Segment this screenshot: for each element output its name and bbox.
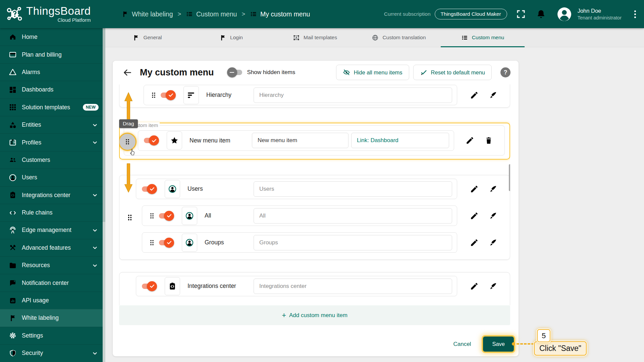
menu-item-label: Hierarchy <box>199 92 254 99</box>
new-menu-item-name-input[interactable] <box>252 133 348 148</box>
folder-icon <box>9 261 17 269</box>
edit-pencil-icon[interactable] <box>470 282 479 291</box>
chevron-down-icon <box>91 191 99 199</box>
api-usage-chart-icon <box>9 297 17 305</box>
edit-pencil-icon[interactable] <box>470 91 479 100</box>
sidebar-item-resources[interactable]: Resources <box>0 256 105 274</box>
group-drag-handle-icon[interactable] <box>125 213 134 222</box>
globe-icon <box>372 34 379 41</box>
menu-row-users: Users <box>136 179 510 199</box>
breadcrumb-white-labeling[interactable]: White labeling <box>121 10 173 18</box>
sidebar-item-integrations-center[interactable]: Integrations center <box>0 186 105 204</box>
users-person-icon <box>9 174 17 182</box>
edit-pencil-icon[interactable] <box>470 212 479 220</box>
sidebar-item-solution-templates[interactable]: Solution templatesNEW <box>0 99 105 116</box>
logo-subtitle: Cloud Platform <box>26 17 91 23</box>
delete-trash-icon[interactable] <box>484 136 493 145</box>
billing-card-icon <box>9 51 17 59</box>
breadcrumb-custom-menu[interactable]: Custom menu <box>186 10 237 18</box>
sidebar-item-rule-chains[interactable]: Rule chains <box>0 204 105 221</box>
user-info[interactable]: John Doe Tenant administrator <box>578 8 622 20</box>
integrations-visible-toggle[interactable] <box>142 284 156 289</box>
logo[interactable]: ThingsBoard Cloud Platform <box>0 5 105 23</box>
star-icon <box>170 136 179 145</box>
drag-handle-icon[interactable] <box>150 91 158 99</box>
thingsboard-logo-icon <box>5 5 23 23</box>
tab-general[interactable]: General <box>105 28 189 47</box>
chevron-down-icon <box>91 262 99 269</box>
more-vert-icon[interactable] <box>632 8 638 20</box>
tools-icon <box>9 244 17 252</box>
sidebar-item-notification-center[interactable]: Notification center <box>0 274 105 291</box>
sidebar-item-alarms[interactable]: Alarms <box>0 63 105 81</box>
hierarchy-group: Hierarchy <box>119 84 510 108</box>
menu-row-new-menu-item: New menu item Link: Dashboard <box>138 130 504 151</box>
drag-handle-icon[interactable] <box>148 212 156 220</box>
groups-visible-toggle[interactable] <box>159 240 173 245</box>
sidebar-item-security[interactable]: Security <box>0 344 105 362</box>
edit-pencil-icon[interactable] <box>466 136 474 145</box>
user-name: John Doe <box>578 8 622 14</box>
list-scrollbar[interactable] <box>509 164 510 191</box>
white-labeling-icon <box>9 314 17 322</box>
all-name-input[interactable] <box>254 208 452 224</box>
sidebar-item-users[interactable]: Users <box>0 169 105 186</box>
sidebar-item-plan-and-billing[interactable]: Plan and billing <box>0 46 105 63</box>
subscription-pill[interactable]: ThingsBoard Cloud Maker <box>435 9 507 19</box>
breadcrumb-separator: > <box>177 11 181 18</box>
sidebar-item-api-usage[interactable]: API usage <box>0 292 105 309</box>
menu-row-integrations-center: Integrations center <box>136 276 510 296</box>
eye-off-icon <box>343 69 350 76</box>
edit-pencil-icon[interactable] <box>470 185 479 193</box>
sidebar-item-profiles[interactable]: Profiles <box>0 133 105 151</box>
drag-handle-icon <box>123 138 131 146</box>
avatar[interactable] <box>556 6 573 22</box>
breadcrumb-my-custom-menu[interactable]: My custom menu <box>250 10 310 18</box>
hide-all-menu-items-button[interactable]: Hide all menu items <box>336 65 409 80</box>
edit-pencil-icon[interactable] <box>470 238 479 247</box>
sidebar-item-entities[interactable]: Entities <box>0 116 105 133</box>
back-arrow-icon[interactable] <box>123 68 132 77</box>
notifications-bell-icon[interactable] <box>536 9 546 19</box>
tab-custom-translation[interactable]: Custom translation <box>357 28 441 47</box>
sidebar-item-home[interactable]: Home <box>0 28 105 46</box>
person-icon <box>185 238 194 247</box>
help-icon[interactable]: ? <box>500 67 511 77</box>
link-dashboard-field[interactable]: Link: Dashboard <box>351 133 449 148</box>
plus-icon: + <box>282 312 286 319</box>
new-badge: NEW <box>83 104 99 111</box>
main-content: My custom menu Show hidden items Hide al… <box>105 47 644 362</box>
sidebar-item-settings[interactable]: Settings <box>0 327 105 344</box>
customize-icon-disabled <box>489 282 497 291</box>
sidebar-item-white-labeling[interactable]: White labeling <box>0 309 105 326</box>
check-icon <box>168 92 174 98</box>
hierarchy-name-input[interactable] <box>254 87 452 103</box>
save-button[interactable]: Save <box>483 337 514 352</box>
groups-name-input[interactable] <box>254 235 452 250</box>
sidebar-item-advanced-features[interactable]: Advanced features <box>0 239 105 256</box>
custom-menu-card: My custom menu Show hidden items Hide al… <box>113 61 519 356</box>
hierarchy-visible-toggle[interactable] <box>161 93 175 98</box>
users-visible-toggle[interactable] <box>142 186 156 192</box>
tab-login[interactable]: Login <box>189 28 273 47</box>
sidebar-item-edge-management[interactable]: Edge management <box>0 221 105 239</box>
tab-mail-templates[interactable]: Mail templates <box>273 28 357 47</box>
sidebar-scrollbar[interactable] <box>103 28 105 362</box>
tab-custom-menu[interactable]: Custom menu <box>441 28 525 47</box>
sidebar-item-dashboards[interactable]: Dashboards <box>0 81 105 98</box>
integrations-name-input[interactable] <box>254 279 452 294</box>
sidebar-item-customers[interactable]: Customers <box>0 151 105 169</box>
drag-handle-icon[interactable] <box>148 239 156 247</box>
users-name-input[interactable] <box>254 181 452 197</box>
reset-to-default-menu-button[interactable]: Reset to default menu <box>413 65 492 80</box>
new-item-visible-toggle[interactable] <box>144 138 158 143</box>
cancel-button[interactable]: Cancel <box>453 341 471 348</box>
fullscreen-icon[interactable] <box>516 9 526 19</box>
list-menu-icon <box>186 10 193 18</box>
all-visible-toggle[interactable] <box>159 213 173 219</box>
show-hidden-items-toggle[interactable] <box>228 70 242 75</box>
profiles-badge-icon <box>9 138 17 146</box>
customize-icon-disabled <box>489 91 497 100</box>
drag-down-arrow <box>124 163 132 193</box>
add-custom-menu-item-button[interactable]: + Add custom menu item <box>119 305 510 325</box>
